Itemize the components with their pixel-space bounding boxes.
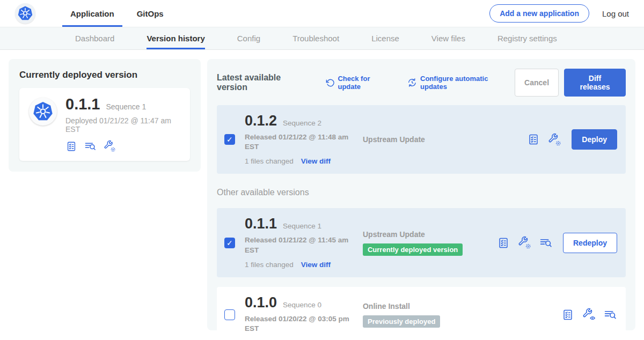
version-source: Upstream Update Currently deployed versi…	[363, 230, 497, 256]
version-row: 0.1.1 Sequence 1 Released 01/21/22 @ 11:…	[217, 208, 626, 277]
deployed-version-card: 0.1.1 Sequence 1 Deployed 01/21/22 @ 11:…	[19, 88, 190, 161]
files-changed-row: 1 files changed View diff	[245, 261, 363, 269]
previously-deployed-badge: Previously deployed	[363, 315, 440, 328]
version-source: Online Install Previously deployed	[363, 302, 497, 328]
version-source: Upstream Update	[363, 135, 497, 144]
subnav-item-troubleshoot[interactable]: Troubleshoot	[292, 27, 339, 49]
released-timestamp: Released 01/21/22 @ 11:48 am EST	[245, 132, 360, 152]
clock-refresh-icon	[407, 78, 417, 87]
view-files-icon[interactable]	[84, 140, 97, 152]
subnav-item-license[interactable]: License	[371, 27, 399, 49]
release-notes-icon[interactable]	[65, 141, 77, 152]
source-label: Upstream Update	[363, 230, 425, 239]
version-row: 0.1.2 Sequence 2 Released 01/21/22 @ 11:…	[217, 105, 626, 174]
diff-releases-button[interactable]: Diff releases	[564, 69, 626, 97]
app-icon-badge	[29, 98, 57, 125]
files-changed-label: 1 files changed	[245, 261, 294, 269]
deployed-sequence-label: Sequence 1	[106, 102, 147, 111]
files-changed-label: 1 files changed	[245, 157, 294, 165]
version-row: 0.1.0 Sequence 0 Released 01/20/22 @ 03:…	[217, 287, 626, 340]
tab-gitops[interactable]: GitOps	[129, 0, 172, 27]
deployed-timestamp: Deployed 01/21/22 @ 11:47 am EST	[65, 116, 180, 134]
deployed-version-number: 0.1.1	[65, 97, 100, 112]
configure-automatic-updates-link[interactable]: Configure automatic updates	[407, 75, 515, 91]
release-notes-icon[interactable]	[497, 236, 510, 249]
cancel-button[interactable]: Cancel	[515, 69, 559, 97]
sequence-label: Sequence 0	[283, 301, 321, 309]
logout-link[interactable]: Log out	[602, 9, 629, 18]
subnav-item-config[interactable]: Config	[237, 27, 260, 49]
subnav-item-dashboard[interactable]: Dashboard	[75, 27, 114, 49]
version-actions: Deploy	[527, 129, 617, 150]
app-logo	[15, 3, 35, 24]
subnav-item-version-history[interactable]: Version history	[147, 27, 204, 49]
version-actions	[561, 308, 617, 321]
top-nav-right: Add a new application Log out	[489, 4, 629, 23]
latest-available-title: Latest available version	[217, 73, 312, 92]
version-info: 0.1.1 Sequence 1 Released 01/21/22 @ 11:…	[245, 217, 363, 268]
version-history-panel: Latest available version Check for updat…	[207, 59, 635, 330]
currently-deployed-badge: Currently deployed version	[363, 243, 463, 256]
view-diff-link[interactable]: View diff	[301, 261, 331, 269]
subnav-item-view-files[interactable]: View files	[431, 27, 465, 49]
deployed-version-info: 0.1.1 Sequence 1 Deployed 01/21/22 @ 11:…	[65, 97, 180, 152]
other-available-versions-title: Other available versions	[217, 188, 626, 197]
version-checkbox[interactable]	[224, 238, 235, 248]
version-info: 0.1.0 Sequence 0 Released 01/20/22 @ 03:…	[245, 295, 363, 334]
sequence-label: Sequence 2	[283, 119, 321, 127]
header-buttons: Cancel Diff releases	[515, 69, 626, 97]
view-config-icon[interactable]	[582, 308, 596, 321]
version-checkbox[interactable]	[224, 134, 235, 145]
released-timestamp: Released 01/21/22 @ 11:45 am EST	[245, 235, 360, 255]
panel-header: Latest available version Check for updat…	[217, 69, 626, 97]
deploy-button[interactable]: Deploy	[572, 129, 617, 150]
add-new-application-button[interactable]: Add a new application	[489, 4, 589, 23]
release-notes-icon[interactable]	[561, 308, 574, 321]
subnav-item-registry-settings[interactable]: Registry settings	[497, 27, 557, 49]
app-subnav: Dashboard Version history Config Trouble…	[0, 27, 644, 50]
view-files-icon[interactable]	[604, 308, 617, 321]
top-nav: Application GitOps Add a new application…	[0, 0, 644, 27]
edit-config-icon[interactable]	[104, 140, 116, 152]
release-notes-icon[interactable]	[527, 133, 540, 146]
top-tabs: Application GitOps	[62, 0, 172, 27]
refresh-icon	[326, 78, 335, 87]
admin-console: Application GitOps Add a new application…	[0, 0, 644, 330]
released-timestamp: Released 01/20/22 @ 03:05 pm EST	[245, 314, 360, 334]
tab-application[interactable]: Application	[62, 0, 122, 27]
view-files-icon[interactable]	[539, 236, 553, 249]
version-checkbox[interactable]	[224, 309, 235, 320]
check-for-update-label: Check for update	[338, 75, 393, 91]
version-number: 0.1.1	[245, 217, 277, 231]
check-for-update-link[interactable]: Check for update	[326, 75, 394, 91]
currently-deployed-title: Currently deployed version	[19, 70, 190, 80]
version-info: 0.1.2 Sequence 2 Released 01/21/22 @ 11:…	[245, 114, 363, 165]
configure-automatic-updates-label: Configure automatic updates	[420, 75, 515, 91]
edit-config-icon[interactable]	[548, 133, 561, 146]
version-number: 0.1.0	[245, 295, 277, 310]
deployed-action-icons	[65, 140, 180, 152]
main-content: Currently deployed version 0.1.1 Sequenc…	[0, 59, 644, 330]
version-actions: Redeploy	[497, 233, 617, 253]
redeploy-button[interactable]: Redeploy	[563, 233, 617, 253]
sequence-label: Sequence 1	[283, 222, 321, 230]
edit-config-icon[interactable]	[518, 236, 531, 249]
kubernetes-helm-icon	[17, 5, 33, 21]
kubernetes-helm-icon	[32, 101, 54, 122]
files-changed-row: 1 files changed View diff	[245, 157, 363, 165]
source-label: Online Install	[363, 302, 410, 311]
source-label: Upstream Update	[363, 135, 425, 144]
currently-deployed-card: Currently deployed version 0.1.1 Sequenc…	[9, 59, 201, 172]
version-number: 0.1.2	[245, 114, 277, 128]
view-diff-link[interactable]: View diff	[301, 157, 331, 165]
